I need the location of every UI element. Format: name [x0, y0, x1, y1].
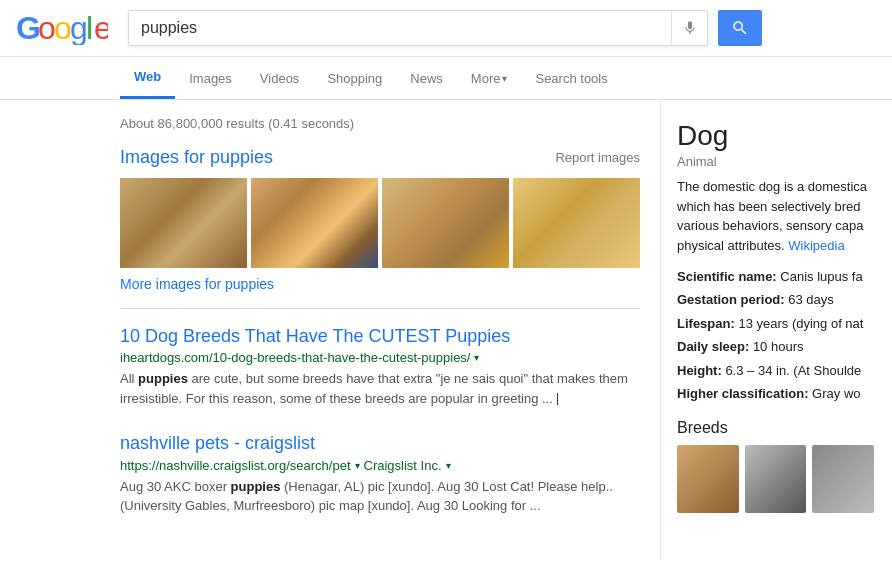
- nav-item-videos[interactable]: Videos: [246, 59, 314, 98]
- fact-height: Height: 6.3 – 34 in. (At Shoulde: [677, 359, 874, 382]
- nav-item-shopping[interactable]: Shopping: [313, 59, 396, 98]
- mic-button[interactable]: [671, 10, 707, 46]
- report-images-link[interactable]: Report images: [555, 150, 640, 165]
- result-2-url: https://nashville.craigslist.org/search/…: [120, 458, 351, 473]
- fact-gestation: Gestation period: 63 days: [677, 288, 874, 311]
- nav-item-images[interactable]: Images: [175, 59, 246, 98]
- nav-item-news[interactable]: News: [396, 59, 457, 98]
- search-button[interactable]: [718, 10, 762, 46]
- puppy-thumb-3[interactable]: [382, 178, 509, 268]
- breeds-row: [677, 445, 874, 513]
- result-2-url-suffix: Craigslist Inc.: [364, 458, 442, 473]
- sidebar-title: Dog: [677, 120, 874, 152]
- fact-scientific-name: Scientific name: Canis lupus fa: [677, 265, 874, 288]
- images-for-puppies-link[interactable]: Images for puppies: [120, 147, 273, 168]
- main-content: About 86,800,000 results (0.41 seconds) …: [0, 100, 892, 560]
- result-1-dropdown-arrow[interactable]: ▾: [474, 352, 479, 363]
- wikipedia-link[interactable]: Wikipedia: [788, 238, 844, 253]
- sidebar-description: The domestic dog is a domestica which ha…: [677, 177, 874, 255]
- breed-thumb-3[interactable]: [812, 445, 874, 513]
- header: G o o g l e: [0, 0, 892, 57]
- result-2-url-line: https://nashville.craigslist.org/search/…: [120, 458, 640, 473]
- svg-text:e: e: [94, 12, 108, 45]
- result-count: About 86,800,000 results (0.41 seconds): [120, 116, 640, 131]
- section-divider: [120, 308, 640, 309]
- result-1-title[interactable]: 10 Dog Breeds That Have The CUTEST Puppi…: [120, 326, 510, 346]
- puppy-thumb-2[interactable]: [251, 178, 378, 268]
- nav-item-search-tools[interactable]: Search tools: [521, 59, 621, 98]
- image-strip: [120, 178, 640, 268]
- nav-item-more[interactable]: More ▾: [457, 59, 522, 98]
- result-2-title[interactable]: nashville pets - craigslist: [120, 433, 315, 453]
- knowledge-panel: Dog Animal The domestic dog is a domesti…: [660, 100, 890, 560]
- fact-daily-sleep: Daily sleep: 10 hours: [677, 335, 874, 358]
- result-1-snippet: All puppies are cute, but some breeds ha…: [120, 369, 640, 408]
- result-2-dropdown-arrow[interactable]: ▾: [355, 460, 360, 471]
- search-result-2: nashville pets - craigslist https://nash…: [120, 432, 640, 515]
- search-results: About 86,800,000 results (0.41 seconds) …: [0, 100, 660, 560]
- sidebar-facts: Scientific name: Canis lupus fa Gestatio…: [677, 265, 874, 405]
- google-logo: G o o g l e: [16, 12, 108, 45]
- main-nav: Web Images Videos Shopping News More ▾ S…: [0, 57, 892, 100]
- fact-higher-classification: Higher classification: Gray wo: [677, 382, 874, 405]
- fact-lifespan: Lifespan: 13 years (dying of nat: [677, 312, 874, 335]
- result-2-snippet: Aug 30 AKC boxer puppies (Henagar, AL) p…: [120, 477, 640, 516]
- search-result-1: 10 Dog Breeds That Have The CUTEST Puppi…: [120, 325, 640, 408]
- images-header: Images for puppies Report images: [120, 147, 640, 168]
- result-1-url: iheartdogs.com/10-dog-breeds-that-have-t…: [120, 350, 470, 365]
- svg-text:l: l: [86, 12, 93, 45]
- breed-thumb-2[interactable]: [745, 445, 807, 513]
- images-section: Images for puppies Report images More im…: [120, 147, 640, 292]
- puppy-thumb-1[interactable]: [120, 178, 247, 268]
- search-input[interactable]: [129, 19, 671, 37]
- search-bar: [128, 10, 708, 46]
- puppy-thumb-4[interactable]: [513, 178, 640, 268]
- text-cursor: [557, 393, 558, 405]
- result-2-suffix-arrow[interactable]: ▾: [446, 460, 451, 471]
- result-1-url-line: iheartdogs.com/10-dog-breeds-that-have-t…: [120, 350, 640, 365]
- more-images-link[interactable]: More images for puppies: [120, 276, 640, 292]
- breeds-title: Breeds: [677, 419, 874, 437]
- more-dropdown-icon: ▾: [502, 73, 507, 84]
- nav-item-web[interactable]: Web: [120, 57, 175, 99]
- sidebar-subtitle: Animal: [677, 154, 874, 169]
- breed-thumb-1[interactable]: [677, 445, 739, 513]
